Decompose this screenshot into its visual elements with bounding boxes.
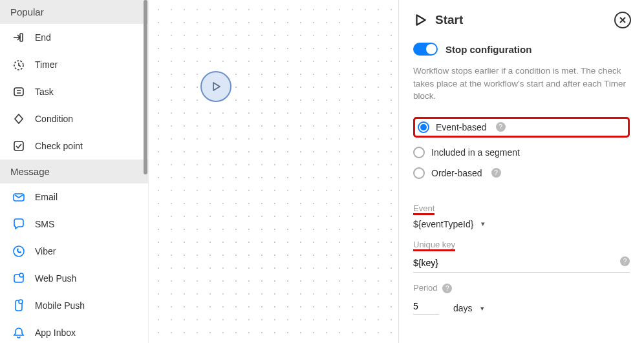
radio-event-based[interactable]: Event-based ? (418, 121, 506, 133)
sidebar-item-mobilepush[interactable]: Mobile Push (0, 292, 148, 319)
highlight-event-based: Event-based ? (413, 117, 630, 138)
sidebar-item-email[interactable]: Email (0, 183, 148, 211)
event-dropdown[interactable]: ${eventTypeId} ▾ (413, 219, 630, 229)
period-field-label: Period ? (413, 283, 452, 293)
sidebar-item-label: Mobile Push (35, 300, 85, 311)
sidebar-item-appinbox[interactable]: App Inbox (0, 319, 148, 343)
panel-header: Start (413, 13, 630, 27)
radio-label: Event-based (436, 122, 487, 132)
stop-config-label: Stop configuration (445, 44, 531, 55)
webpush-icon (12, 271, 26, 286)
stop-config-toggle[interactable] (413, 43, 438, 56)
radio-indicator (413, 147, 425, 158)
stop-config-help: Workflow stops earlier if a condition is… (413, 65, 630, 103)
workflow-canvas[interactable] (149, 0, 398, 343)
sidebar-scrollbar[interactable] (144, 0, 147, 174)
help-icon[interactable]: ? (496, 122, 506, 132)
section-header-message: Message (0, 160, 148, 183)
close-button[interactable] (614, 12, 631, 28)
unique-key-input[interactable] (413, 254, 630, 273)
sidebar-item-label: Web Push (35, 273, 76, 284)
email-icon (12, 190, 26, 204)
event-field-label: Event (413, 203, 435, 215)
sidebar-item-label: Email (35, 192, 58, 202)
play-outline-icon (413, 13, 427, 27)
sidebar-item-sms[interactable]: SMS (0, 211, 148, 238)
timer-icon (12, 57, 26, 72)
event-value: ${eventTypeId} (413, 219, 473, 229)
svg-rect-2 (14, 88, 23, 96)
sidebar-item-timer[interactable]: Timer (0, 51, 148, 78)
radio-indicator (413, 167, 425, 179)
sidebar-item-condition[interactable]: Condition (0, 105, 148, 132)
appinbox-icon (12, 326, 26, 340)
period-row: days ▾ (413, 298, 630, 315)
svg-point-7 (19, 273, 23, 277)
radio-label: Included in a segment (431, 147, 520, 158)
radio-label: Order-based (431, 168, 482, 178)
sidebar-item-end[interactable]: End (0, 24, 148, 51)
start-node[interactable] (200, 71, 231, 102)
sidebar-item-label: Check point (35, 141, 83, 151)
period-value-input[interactable] (413, 298, 439, 315)
sidebar-item-label: End (35, 32, 51, 43)
period-unit-dropdown[interactable]: days ▾ (453, 303, 484, 313)
sidebar-item-label: Task (35, 87, 54, 97)
sidebar: Popular End Timer Task Condition Check p… (0, 0, 149, 343)
radio-order-based[interactable]: Order-based ? (413, 167, 630, 179)
sidebar-item-webpush[interactable]: Web Push (0, 265, 148, 292)
condition-icon (12, 112, 26, 126)
sidebar-item-label: Condition (35, 114, 73, 124)
sidebar-item-label: SMS (35, 219, 54, 229)
panel-title: Start (435, 13, 463, 27)
help-icon[interactable]: ? (491, 168, 501, 178)
close-icon (619, 16, 627, 24)
section-header-popular: Popular (0, 0, 148, 24)
sidebar-item-label: App Inbox (35, 327, 76, 338)
mobilepush-icon (12, 298, 26, 313)
svg-point-9 (19, 300, 23, 304)
unique-key-input-wrap: ? (413, 251, 630, 273)
task-icon (12, 85, 26, 99)
chevron-down-icon: ▾ (480, 304, 484, 313)
stop-condition-radio-group: Event-based ? Included in a segment Orde… (413, 117, 630, 179)
end-icon (12, 30, 26, 45)
sidebar-item-task[interactable]: Task (0, 78, 148, 105)
radio-indicator (418, 121, 429, 133)
unique-key-field-label: Unique key (413, 240, 455, 251)
sidebar-item-checkpoint[interactable]: Check point (0, 132, 148, 160)
sidebar-item-label: Timer (35, 59, 58, 70)
sms-icon (12, 217, 26, 231)
checkpoint-icon (12, 139, 26, 153)
sidebar-item-label: Viber (35, 246, 56, 256)
svg-rect-3 (14, 141, 23, 151)
play-icon (209, 80, 222, 93)
help-icon[interactable]: ? (620, 256, 630, 266)
chevron-down-icon: ▾ (481, 220, 485, 228)
sidebar-item-viber[interactable]: Viber (0, 238, 148, 265)
radio-included-segment[interactable]: Included in a segment (413, 147, 630, 158)
viber-icon (12, 244, 26, 258)
period-unit-value: days (453, 303, 473, 313)
help-icon[interactable]: ? (442, 284, 452, 293)
properties-panel: Start Stop configuration Workflow stops … (398, 0, 644, 343)
stop-config-toggle-row: Stop configuration (413, 43, 630, 56)
